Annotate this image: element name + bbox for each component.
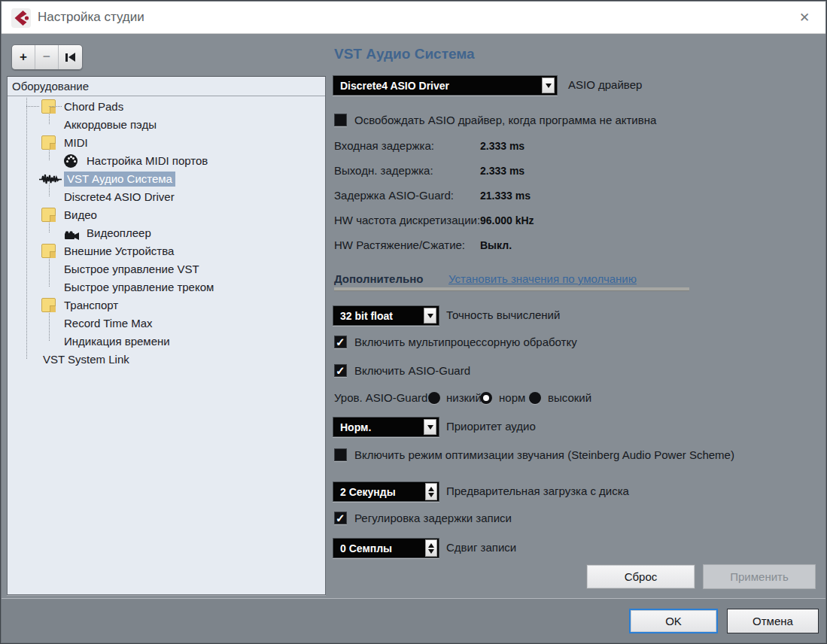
asio-guard-level-label: Уров. ASIO-Guard: [334,391,431,404]
release-driver-checkbox[interactable] [334,114,347,126]
tree-item-label: Настройка MIDI портов [87,153,208,169]
tree-item-record-time-max[interactable]: Record Time Max [8,314,325,333]
record-latency-checkbox[interactable] [334,512,347,524]
record-shift-value: 0 Семплы [333,542,425,554]
preload-label: Предварительная загрузка с диска [446,485,629,497]
asio-driver-select[interactable]: Discrete4 ASIO Driver [333,75,558,96]
reset-button[interactable]: Сброс [586,564,695,589]
tree-item-label: MIDI [64,135,88,150]
folder-icon [41,135,56,150]
record-shift-spinner[interactable]: 0 Семплы [333,538,439,558]
tree-item-label: Быстрое управление VST [64,262,199,277]
tree-item-транспорт[interactable]: Транспорт [8,296,325,314]
tree-item-label: VST System Link [43,352,129,367]
info-label: Входная задержка: [334,139,434,152]
radio-label: норм [499,391,525,404]
info-label: Выходн. задержка: [334,164,433,177]
info-label: HW частота дискретизации: [334,214,480,226]
asio-guard-checkbox[interactable] [334,364,347,377]
ok-button[interactable]: OK [629,609,718,633]
radio-низкий[interactable] [428,392,440,404]
tree-item-видео[interactable]: Видео [8,206,325,224]
tree-item-midi[interactable]: MIDI [8,134,325,152]
tree-header: Оборудование [8,77,325,96]
tree-item-быстрое-управление-vst[interactable]: Быстрое управление VST [8,260,325,278]
cancel-button[interactable]: Отмена [727,609,819,633]
audio-priority-select[interactable]: Норм. [333,417,439,437]
video-camera-icon [64,229,81,238]
folder-icon [41,298,56,312]
tree-guide-stub [49,106,62,107]
preload-spinner[interactable]: 2 Секунды [333,481,439,502]
tree-item-chord-pads[interactable]: Chord Pads [8,98,325,116]
chevron-down-icon[interactable] [424,419,436,435]
tree-item-label: Транспорт [64,298,118,313]
chevron-down-icon[interactable] [542,77,555,93]
reset-devices-button[interactable] [59,45,82,69]
tree-items: Chord PadsАккордовые пэдыMIDIНастройка M… [8,98,325,594]
page-title: VST Аудио Система [334,46,475,62]
tree-item-видеоплеер[interactable]: Видеоплеер [8,224,325,242]
tree-item-vst-аудио-система[interactable]: VST Аудио Система [8,170,325,188]
tree-item-label: Видеоплеер [87,226,151,241]
tree-item-настройка-midi-портов[interactable]: Настройка MIDI портов [8,152,325,170]
precision-value: 32 bit float [333,310,424,322]
tree-item-внешние-устройства[interactable]: Внешние Устройства [8,242,325,260]
radio-label: низкий [446,391,482,404]
preload-value: 2 Секунды [333,486,425,498]
tree-item-label: Быстрое управление треком [64,280,214,295]
add-device-button[interactable]: + [12,45,35,69]
info-label: Задержка ASIO-Guard: [334,189,454,202]
spinner-arrows-icon[interactable] [425,483,437,500]
apply-button: Применить [703,564,816,589]
remove-device-button[interactable]: − [35,45,59,69]
tree-toolbar: + − [11,44,83,70]
folder-icon [41,208,56,222]
asio-driver-value: Discrete4 ASIO Driver [333,80,542,92]
info-value: 2.333 ms [480,165,524,177]
folder-icon [41,244,56,258]
info-value: 96.000 kHz [480,214,534,226]
dialog-title: Настройка студии [38,10,144,25]
tree-item-быстрое-управление-треком[interactable]: Быстрое управление треком [8,278,325,296]
studio-setup-dialog: Настройка студии ✕ + − Оборудование Chor… [0,0,827,644]
tree-item-label: VST Аудио Система [64,172,175,187]
tree-item-label: Видео [64,208,97,223]
tree-item-аккордовые-пэды[interactable]: Аккордовые пэды [8,116,325,134]
asio-driver-label: ASIO драйвер [568,78,642,91]
close-icon[interactable]: ✕ [794,8,815,29]
audio-priority-label: Приоритет аудио [446,420,536,433]
tab-advanced[interactable]: Дополнительно [334,272,423,285]
skip-back-icon [65,53,75,62]
tab-divider [334,287,689,291]
multiprocessing-checkbox[interactable] [334,336,347,348]
info-value: Выкл. [480,239,512,251]
release-driver-label: Освобождать ASIO драйвер, когда программ… [354,114,656,126]
power-scheme-checkbox[interactable] [334,448,347,461]
multiprocessing-label: Включить мультипроцессорную обработку [354,336,577,348]
cubase-logo-icon [11,8,31,28]
tree-item-vst-system-link[interactable]: VST System Link [8,351,325,369]
tree-item-label: Аккордовые пэды [64,117,157,132]
tree-item-label: Внешние Устройства [64,244,174,259]
waveform-icon [39,173,62,186]
spinner-arrows-icon[interactable] [425,539,437,557]
tree-item-label: Record Time Max [64,316,153,331]
power-scheme-label: Включить режим оптимизации звучания (Ste… [354,448,734,461]
title-bar: Настройка студии ✕ [2,2,825,34]
tree-item-discrete4-asio-driver[interactable]: Discrete4 ASIO Driver [8,188,325,206]
precision-select[interactable]: 32 bit float [333,305,439,326]
asio-guard-label: Включить ASIO-Guard [354,364,470,377]
chevron-down-icon[interactable] [424,308,436,324]
radio-высокий[interactable] [529,392,541,404]
midi-din-icon [64,154,78,168]
record-latency-label: Регулировка задержки записи [354,512,512,524]
audio-priority-value: Норм. [333,421,424,433]
set-defaults-link[interactable]: Установить значения по умолчанию [448,272,637,285]
tree-item-индикация-времени[interactable]: Индикация времени [8,333,325,351]
tree-guide-stub [26,106,39,107]
info-value: 2.333 ms [480,140,524,152]
tree-item-label: Chord Pads [64,99,123,114]
tree-item-label: Индикация времени [64,334,170,349]
radio-норм[interactable] [480,392,492,404]
